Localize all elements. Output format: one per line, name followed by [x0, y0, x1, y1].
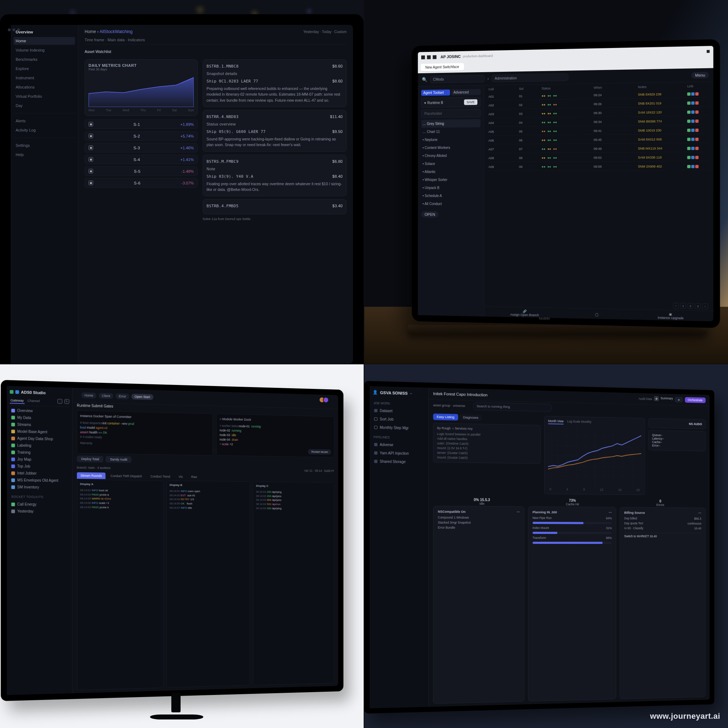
- more-icon[interactable]: ⋯: [517, 511, 520, 514]
- filter-row[interactable]: server: (Gustar Catch): [437, 451, 537, 456]
- list-row[interactable]: ▣ S-3 +1.46%: [85, 143, 198, 153]
- nav-item[interactable]: … Chart 11: [421, 127, 480, 136]
- list-row[interactable]: ▣ S-1 +1.89%: [85, 119, 198, 129]
- sidebar-item-alerts[interactable]: Alerts: [14, 117, 75, 125]
- window-close-icon[interactable]: [707, 50, 710, 53]
- log-column[interactable]: Display A08:14:01 INFO boot ok 08:14:03 …: [77, 480, 164, 690]
- filter-row[interactable]: mount: (2.3V 34.8 'f-t'): [437, 446, 537, 451]
- sidebar-help[interactable]: Help: [14, 151, 75, 159]
- filter-row[interactable]: Add all native handles: [437, 437, 537, 442]
- table-row[interactable]: A0505 ●● ●● ●● 09:41 SMB 10019 230: [488, 126, 709, 135]
- sidebar-item-alloc[interactable]: Allocations: [14, 83, 75, 91]
- table-row[interactable]: A0404 ●● ●● ●● 09:34 SNM B8398 774: [488, 117, 709, 127]
- chevron-down-icon[interactable]: ▾: [424, 101, 426, 105]
- feed-card[interactable]: BSTRR.4.NBD83$11.40Status overview Ship …: [203, 110, 347, 152]
- mi-storage[interactable]: Shared Storage: [373, 458, 425, 465]
- side-item[interactable]: Labeling: [9, 442, 69, 450]
- col-header[interactable]: Cell: [488, 87, 517, 91]
- feed-card[interactable]: BSTRB.1.MNBC8$8.60Snapshot details Ship …: [203, 60, 347, 107]
- table-row[interactable]: A0909 ●● ●● ●● 09:58 SNM 2X908 402: [488, 163, 709, 171]
- table-row[interactable]: A0606 ●● ●● ●● 09:45 SAM 8X012 009: [488, 135, 709, 144]
- filter-row[interactable]: outer: (Onetime Catch): [437, 442, 537, 447]
- orchestrate-button[interactable]: Orchestrate: [685, 397, 706, 403]
- list-row[interactable]: ▣ S-4 +1.41%: [85, 154, 198, 164]
- audit-button[interactable]: Sandy Audit: [106, 456, 132, 463]
- sidebar-item-explore[interactable]: Explore: [14, 65, 75, 72]
- table-row[interactable]: A0808 ●● ●● ●● 09:52 SAM 9X338 118: [488, 154, 709, 162]
- mi-monthly[interactable]: Monthly Step Mgr: [373, 424, 425, 431]
- search-input[interactable]: Search to running thing: [474, 402, 552, 411]
- feed-card[interactable]: BSTRS.M.FMBC9$6.80Note Ship 03(9). Y40 V…: [203, 154, 347, 197]
- chip-tab[interactable]: Client: [99, 393, 114, 399]
- foot-btn-mid[interactable]: ◯: [561, 312, 633, 317]
- left-tab-1[interactable]: Easy Listing: [433, 413, 458, 421]
- wide-tab[interactable]: Stream Rounds: [77, 473, 106, 479]
- open-pill[interactable]: OPEN: [421, 211, 439, 217]
- nav-item[interactable]: … Grey String: [421, 119, 480, 128]
- nav-item[interactable]: • Whisper Sorter: [421, 176, 480, 184]
- left-tab-2[interactable]: Diagnoses: [460, 414, 482, 421]
- restart-button[interactable]: Restart Model: [308, 449, 331, 455]
- subtabs[interactable]: Time frame · Main data · Indicators: [85, 38, 347, 44]
- sidebar-settings[interactable]: Settings: [14, 141, 75, 149]
- nav-item[interactable]: • Chrony Alloted: [421, 151, 480, 160]
- filter-row[interactable]: Logic bound between in parallel: [437, 432, 537, 437]
- deploy-button[interactable]: Deploy Total: [77, 456, 104, 462]
- filter-1[interactable]: By Rough: [437, 426, 451, 430]
- sidebar-item-vp[interactable]: Virtual Portfolio: [14, 92, 75, 100]
- sidebar-item-activity[interactable]: Activity Log: [14, 126, 75, 134]
- mi-dataset[interactable]: Dataset: [373, 407, 425, 415]
- log-column[interactable]: Display B08:14:01 INFO conn open 08:14:0…: [166, 480, 250, 688]
- menu-toggle[interactable]: Menu: [691, 72, 709, 78]
- pager-btn[interactable]: ›: [702, 303, 708, 309]
- side-tab-channel[interactable]: Channel: [27, 398, 41, 404]
- side-item[interactable]: Joy Map: [9, 456, 69, 463]
- refresh-icon[interactable]: ↻: [64, 399, 69, 404]
- pager-btn[interactable]: 2: [687, 303, 693, 309]
- nav-item[interactable]: • Solace: [421, 160, 480, 168]
- list-row[interactable]: ▣ S-6 -3.07%: [85, 178, 198, 188]
- feed-card[interactable]: BSTRB.4.FMBD5$3.40: [203, 199, 347, 214]
- more-icon[interactable]: ⋯: [698, 511, 701, 515]
- col-header[interactable]: Status: [542, 86, 592, 90]
- wide-tab[interactable]: Raw: [188, 474, 200, 480]
- chart-tab-1[interactable]: Month View: [548, 419, 564, 424]
- status-button[interactable]: ●: [675, 397, 683, 402]
- table-row[interactable]: A0303 ●● ●● ●● 09:30 SAM 18X22 120: [488, 108, 709, 118]
- cta-button[interactable]: Switch to MARKET 16.40: [624, 534, 657, 538]
- side-item[interactable]: Yesterday: [9, 508, 69, 515]
- side-tab-primary[interactable]: Agent Toolset: [421, 90, 450, 96]
- nav-item[interactable]: • Content Workers: [421, 143, 480, 152]
- side-tab-secondary[interactable]: Advanced: [451, 89, 480, 95]
- url-seg-a[interactable]: CMods: [430, 75, 485, 83]
- list-row[interactable]: ▣ S-5 -1.48%: [85, 166, 198, 176]
- pager-btn[interactable]: ‹: [673, 303, 679, 309]
- save-button[interactable]: SAVE: [464, 99, 477, 105]
- nav-item[interactable]: • Atlantic: [421, 168, 480, 176]
- chip-tab[interactable]: Home: [81, 392, 97, 399]
- url-seg-b[interactable]: Administration: [492, 73, 568, 83]
- nav-item[interactable]: • Unpack B: [421, 184, 480, 192]
- col-header[interactable]: Link: [687, 84, 709, 88]
- wide-tab[interactable]: Conduct Trend: [147, 473, 173, 480]
- grid-icon[interactable]: ▦: [654, 396, 658, 401]
- sidebar-item-volume[interactable]: Volume Indexing: [14, 46, 75, 54]
- wide-tab[interactable]: Conduct TMR Dispatch: [107, 473, 145, 480]
- filter-row[interactable]: mount: (Gustar Catch): [437, 456, 537, 461]
- filter-2[interactable]: = Services Any: [452, 427, 473, 430]
- nav-item[interactable]: • All Conduct: [421, 200, 480, 208]
- log-column[interactable]: Display C08:14:01 200 /api/ping 08:14:02…: [253, 482, 335, 685]
- sidebar-item-home[interactable]: Home: [14, 37, 75, 45]
- wide-tab[interactable]: Vis: [175, 474, 186, 480]
- table-row[interactable]: A0202 ●● ●● ●● 09:26 SNB 8X201 019: [488, 99, 709, 110]
- filter-icon[interactable]: ⋮: [58, 399, 62, 404]
- side-item[interactable]: Intel Jobber: [9, 470, 69, 477]
- side-item[interactable]: MS Envelopes Old Agent: [9, 477, 69, 484]
- top-link-audit[interactable]: Audit Data: [639, 397, 652, 401]
- mi-sort[interactable]: Sort Job: [373, 416, 425, 424]
- nav-item[interactable]: • Neptune: [421, 135, 480, 144]
- foot-btn-1[interactable]: 🔗 Assign Open Branch: [489, 309, 561, 317]
- side-item[interactable]: Top Job: [9, 462, 69, 470]
- sidebar-item-instr[interactable]: Instrument: [14, 74, 75, 82]
- more-icon[interactable]: ⋯: [609, 511, 612, 514]
